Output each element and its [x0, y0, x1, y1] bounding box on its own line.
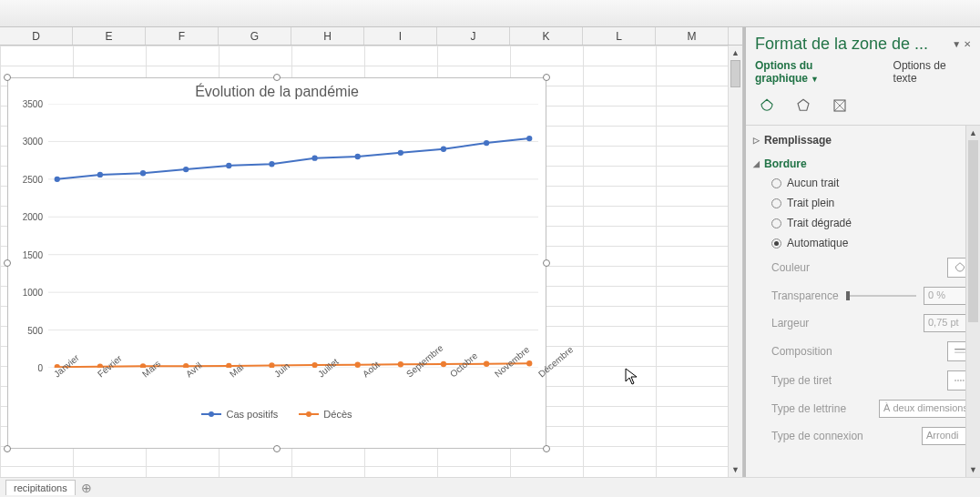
- radio-icon: [771, 198, 781, 208]
- radio-label: Aucun trait: [787, 177, 839, 189]
- legend-item-deces[interactable]: Décès: [299, 409, 352, 420]
- radio-label: Automatique: [787, 237, 848, 249]
- option-label: Type de lettrine: [771, 402, 846, 415]
- legend-label: Cas positifs: [226, 409, 278, 420]
- svg-point-9: [97, 172, 103, 178]
- border-dash-row: Type de tiret: [753, 366, 973, 395]
- pane-menu-dropdown[interactable]: ▼ ✕: [952, 39, 971, 49]
- column-header[interactable]: F: [146, 27, 219, 45]
- border-option-auto[interactable]: Automatique: [753, 233, 973, 253]
- pane-subtab-chart-options[interactable]: Options du graphique▼: [755, 59, 877, 85]
- sheet-tabs-bar[interactable]: recipitations ⊕: [0, 477, 980, 497]
- y-tick-label: 2500: [23, 174, 43, 184]
- column-header[interactable]: D: [0, 27, 73, 45]
- chart-title[interactable]: Évolution de la pandémie: [8, 78, 546, 104]
- border-compound-row: Composition: [753, 337, 973, 366]
- plot-area[interactable]: [48, 104, 538, 368]
- size-properties-tab-icon[interactable]: [830, 96, 850, 116]
- column-header[interactable]: M: [656, 27, 729, 45]
- scroll-down-icon[interactable]: ▼: [966, 462, 980, 477]
- resize-handle[interactable]: [543, 445, 550, 452]
- worksheet-area[interactable]: DEFGHIJKLM Évolution de la pandémie 0500…: [0, 27, 743, 477]
- section-border[interactable]: ◢ Bordure: [753, 155, 973, 173]
- svg-point-18: [484, 140, 489, 146]
- svg-point-31: [526, 360, 532, 366]
- vertical-scrollbar[interactable]: ▲ ▼: [728, 46, 742, 477]
- y-tick-label: 1000: [23, 288, 43, 298]
- chart-legend[interactable]: Cas positifs Décès: [8, 404, 546, 425]
- chart-object[interactable]: Évolution de la pandémie 050010001500200…: [7, 77, 546, 449]
- transparency-slider[interactable]: [846, 295, 916, 297]
- resize-handle[interactable]: [273, 445, 281, 452]
- option-label: Type de tiret: [771, 374, 832, 387]
- radio-icon: [771, 218, 781, 228]
- svg-point-8: [55, 177, 60, 182]
- radio-icon: [771, 238, 781, 248]
- legend-swatch-icon: [201, 413, 221, 415]
- subtab-label: Options du graphique: [755, 59, 812, 85]
- legend-item-cas[interactable]: Cas positifs: [201, 409, 278, 420]
- section-label: Remplissage: [764, 134, 832, 147]
- scroll-up-icon[interactable]: ▲: [966, 126, 980, 140]
- ribbon-area: [0, 0, 980, 27]
- pane-subtab-text-options[interactable]: Options de texte: [893, 59, 971, 85]
- chevron-down-icon: ◢: [753, 159, 760, 168]
- column-header[interactable]: I: [364, 27, 437, 45]
- resize-handle[interactable]: [543, 74, 550, 81]
- radio-icon: [771, 178, 781, 188]
- resize-handle[interactable]: [543, 259, 550, 267]
- y-tick-label: 2000: [23, 212, 43, 222]
- x-tick-label: Décembre: [536, 344, 575, 379]
- svg-point-30: [484, 360, 489, 366]
- scroll-up-icon[interactable]: ▲: [729, 46, 742, 60]
- legend-swatch-icon: [299, 413, 319, 415]
- fill-line-tab-icon[interactable]: [757, 96, 777, 116]
- format-pane: Format de la zone de ... ▼ ✕ Options du …: [743, 27, 980, 477]
- sheet-tab[interactable]: recipitations: [5, 480, 76, 495]
- svg-point-28: [398, 361, 403, 367]
- border-option-solid[interactable]: Trait plein: [753, 193, 973, 213]
- column-header[interactable]: H: [291, 27, 364, 45]
- column-header[interactable]: J: [437, 27, 510, 45]
- add-sheet-button[interactable]: ⊕: [77, 481, 96, 495]
- scroll-down-icon[interactable]: ▼: [729, 462, 742, 477]
- radio-label: Trait plein: [787, 197, 834, 209]
- resize-handle[interactable]: [4, 259, 11, 267]
- resize-handle[interactable]: [273, 74, 281, 81]
- cell-grid[interactable]: Évolution de la pandémie 050010001500200…: [0, 46, 742, 477]
- svg-point-17: [441, 147, 446, 152]
- column-header[interactable]: K: [510, 27, 583, 45]
- option-label: Type de connexion: [771, 430, 863, 442]
- scroll-thumb[interactable]: [968, 140, 978, 322]
- border-option-none[interactable]: Aucun trait: [753, 173, 973, 193]
- pane-title: Format de la zone de ...: [755, 35, 928, 54]
- option-label: Couleur: [771, 261, 810, 274]
- pane-vertical-scrollbar[interactable]: ▲ ▼: [965, 126, 980, 477]
- column-header[interactable]: L: [583, 27, 656, 45]
- y-tick-label: 3000: [23, 137, 43, 147]
- scroll-thumb[interactable]: [730, 60, 740, 87]
- resize-handle[interactable]: [4, 74, 11, 81]
- border-option-gradient[interactable]: Trait dégradé: [753, 213, 973, 233]
- column-header[interactable]: G: [219, 27, 291, 45]
- y-tick-label: 500: [27, 325, 43, 335]
- border-cap-row: Type de lettrine À deux dimensions: [753, 395, 973, 422]
- column-header[interactable]: E: [73, 27, 146, 45]
- y-tick-label: 1500: [23, 249, 43, 259]
- svg-point-11: [183, 167, 189, 172]
- legend-label: Décès: [323, 409, 352, 420]
- svg-point-19: [526, 136, 532, 141]
- mouse-cursor-icon: [625, 368, 639, 386]
- effects-tab-icon[interactable]: [793, 96, 813, 116]
- section-label: Bordure: [764, 157, 807, 170]
- option-label: Composition: [771, 345, 832, 358]
- section-fill[interactable]: ▷ Remplissage: [753, 131, 973, 149]
- svg-point-12: [226, 163, 231, 168]
- radio-label: Trait dégradé: [787, 217, 852, 229]
- border-join-row: Type de connexion Arrondi: [753, 422, 973, 450]
- y-axis: 0500100015002000250030003500: [14, 104, 46, 368]
- cap-type-select[interactable]: À deux dimensions: [879, 400, 973, 418]
- resize-handle[interactable]: [4, 445, 11, 452]
- chevron-right-icon: ▷: [753, 136, 760, 145]
- svg-point-15: [355, 154, 361, 159]
